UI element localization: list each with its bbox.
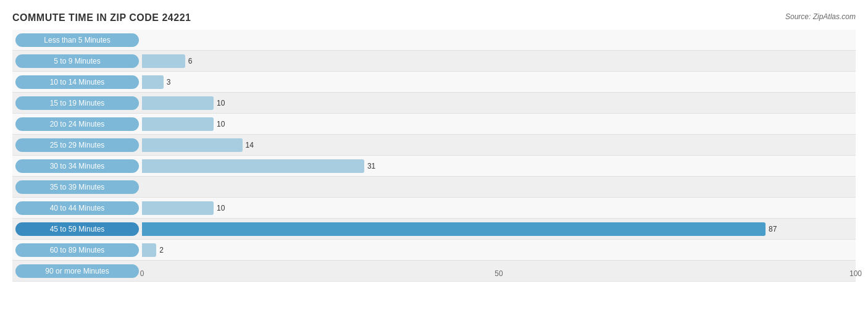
bar-value: 87 bbox=[769, 225, 777, 233]
x-axis-labels: 050100 bbox=[142, 266, 856, 269]
bar-fill bbox=[142, 222, 766, 236]
chart-area: Less than 5 Minutes5 to 9 Minutes610 to … bbox=[12, 30, 856, 285]
bar-track bbox=[139, 30, 856, 50]
bar-value: 10 bbox=[217, 99, 225, 107]
bar-fill bbox=[142, 75, 164, 89]
bar-value: 2 bbox=[159, 246, 164, 254]
bar-fill bbox=[142, 159, 364, 173]
bar-label: 20 to 24 Minutes bbox=[15, 117, 139, 131]
x-axis-tick: 100 bbox=[849, 269, 862, 278]
bar-value: 14 bbox=[246, 141, 254, 149]
bar-label: 60 to 89 Minutes bbox=[15, 243, 139, 257]
bar-row: 15 to 19 Minutes10 bbox=[12, 93, 856, 114]
bar-track: 31 bbox=[139, 156, 856, 176]
bar-track: 2 bbox=[139, 240, 856, 260]
bar-row: 45 to 59 Minutes87 bbox=[12, 219, 856, 240]
bar-row: Less than 5 Minutes bbox=[12, 30, 856, 51]
bar-label: 25 to 29 Minutes bbox=[15, 138, 139, 152]
bar-label: Less than 5 Minutes bbox=[15, 33, 139, 47]
bar-track: 10 bbox=[139, 93, 856, 113]
bar-row: 5 to 9 Minutes6 bbox=[12, 51, 856, 72]
bar-label: 5 to 9 Minutes bbox=[15, 54, 139, 68]
bar-fill bbox=[142, 243, 156, 257]
bar-value: 3 bbox=[167, 78, 171, 86]
bar-track: 14 bbox=[139, 135, 856, 155]
bar-value: 31 bbox=[367, 162, 375, 170]
bar-row: 30 to 34 Minutes31 bbox=[12, 156, 856, 177]
bar-track: 10 bbox=[139, 114, 856, 134]
chart-title: COMMUTE TIME IN ZIP CODE 24221 bbox=[12, 12, 856, 23]
bars-section: Less than 5 Minutes5 to 9 Minutes610 to … bbox=[12, 30, 856, 266]
bar-label: 10 to 14 Minutes bbox=[15, 75, 139, 89]
bar-row: 25 to 29 Minutes14 bbox=[12, 135, 856, 156]
bar-value: 6 bbox=[188, 57, 193, 65]
bar-row: 10 to 14 Minutes3 bbox=[12, 72, 856, 93]
x-axis-tick: 0 bbox=[140, 269, 144, 278]
bar-value: 10 bbox=[217, 120, 225, 128]
bar-fill bbox=[142, 201, 214, 215]
bar-label: 15 to 19 Minutes bbox=[15, 96, 139, 110]
bar-row: 40 to 44 Minutes10 bbox=[12, 198, 856, 219]
chart-container: COMMUTE TIME IN ZIP CODE 24221 Source: Z… bbox=[0, 0, 868, 323]
bar-label: 30 to 34 Minutes bbox=[15, 159, 139, 173]
bar-fill bbox=[142, 54, 185, 68]
bar-fill bbox=[142, 138, 243, 152]
bar-label: 45 to 59 Minutes bbox=[15, 222, 139, 236]
bar-row: 20 to 24 Minutes10 bbox=[12, 114, 856, 135]
bar-row: 35 to 39 Minutes bbox=[12, 177, 856, 198]
bar-label: 40 to 44 Minutes bbox=[15, 201, 139, 215]
bar-value: 10 bbox=[217, 204, 225, 212]
x-axis: 050100 bbox=[12, 266, 856, 285]
bar-label: 90 or more Minutes bbox=[15, 264, 139, 278]
bar-track: 10 bbox=[139, 198, 856, 218]
source-text: Source: ZipAtlas.com bbox=[785, 12, 856, 21]
bar-track bbox=[139, 177, 856, 197]
bar-track: 6 bbox=[139, 51, 856, 71]
bar-fill bbox=[142, 117, 214, 131]
bar-fill bbox=[142, 96, 214, 110]
x-axis-tick: 50 bbox=[495, 269, 503, 278]
bar-track: 87 bbox=[139, 219, 856, 239]
bar-track: 3 bbox=[139, 72, 856, 92]
bar-label: 35 to 39 Minutes bbox=[15, 180, 139, 194]
bar-row: 60 to 89 Minutes2 bbox=[12, 240, 856, 261]
